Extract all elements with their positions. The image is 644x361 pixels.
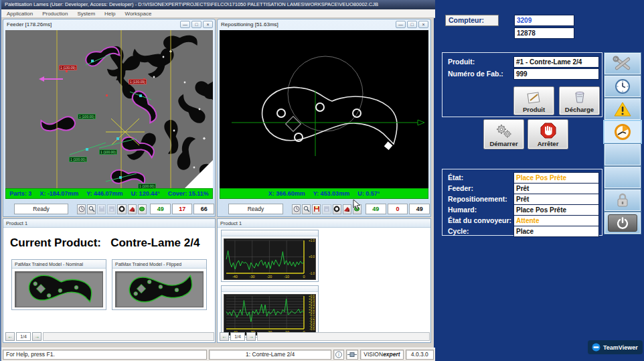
status-dot-icon[interactable]: [138, 204, 147, 214]
svg-text:-1.0: -1.0: [309, 272, 315, 275]
arreter-button[interactable]: Arrêter: [528, 119, 568, 149]
feeder-fail-count: 17: [172, 204, 193, 214]
menu-help[interactable]: Help: [104, 9, 115, 17]
timer-icon[interactable]: [77, 204, 86, 214]
feeder-scene-graphic: [5, 30, 213, 188]
svg-text:0: 0: [303, 275, 305, 279]
counter-current: 3209: [514, 15, 574, 26]
app-title: Palettisation Lames (User: Developer, Ac…: [5, 1, 378, 7]
counter-total: 12878: [514, 27, 574, 39]
menu-application[interactable]: Application: [7, 9, 33, 17]
feeder-u: U: 120.44°: [131, 190, 160, 197]
page-next-button[interactable]: →: [32, 332, 42, 341]
alarms-button[interactable]: [605, 98, 641, 120]
feeder-cover: Cover: 15.11%: [168, 190, 209, 197]
part-score-label: 1 (100.00): [78, 114, 96, 119]
menu-system[interactable]: System: [77, 9, 95, 17]
repositioning-state-field: Ready: [228, 204, 283, 214]
blank-button-1[interactable]: [605, 144, 641, 165]
clock-icon: [615, 78, 631, 94]
lock-icon: [615, 192, 630, 208]
produit-label: Produit:: [448, 58, 475, 66]
clock-button[interactable]: [605, 76, 641, 97]
repositioning-pass-count: 49: [366, 204, 386, 214]
svg-text:+1.0: +1.0: [309, 239, 315, 242]
fab-field[interactable]: 999: [513, 68, 599, 80]
status-row-label: Repositionement:: [448, 195, 507, 203]
page-indicator: 1/4: [16, 332, 31, 341]
teamviewer-icon: [592, 343, 600, 352]
teamviewer-badge[interactable]: TeamViewer: [588, 340, 643, 354]
product-group: Produit: #1 - Contre-Lame 2/4 Numéro de …: [442, 52, 602, 117]
convoyeur-field: Attente: [513, 215, 599, 226]
product-panel-left-title: Product 1: [3, 219, 215, 228]
status-group: État: Place Pos Prête Feeder: Prêt Repos…: [442, 169, 602, 236]
part-score-label: 1 (130.09): [59, 65, 77, 70]
timer-icon[interactable]: [292, 204, 301, 214]
record-icon[interactable]: [117, 204, 126, 214]
repositioning-toolbar: Ready 49 0 49: [220, 202, 430, 216]
power-icon: [617, 217, 629, 229]
power-button[interactable]: [605, 212, 641, 234]
fab-label: Numéro de Fab.:: [448, 70, 503, 78]
demarrer-button[interactable]: Démarrer: [483, 119, 524, 149]
status-row-label: Feeder:: [448, 184, 473, 192]
brand-logo: VISIONexpert: [360, 350, 403, 360]
svg-text:-0.6: -0.6: [309, 328, 315, 331]
magnifier-icon[interactable]: [302, 204, 311, 214]
feeder-x: X: -184.07mm: [39, 190, 78, 197]
svg-text:-20: -20: [266, 275, 272, 279]
product-right-pager: ← 1/4 →: [220, 332, 430, 341]
minimize-icon[interactable]: —: [180, 21, 190, 28]
feeder-window: Feeder [178.26ms] — □ ×: [3, 19, 216, 217]
restore-icon[interactable]: □: [191, 21, 202, 28]
cycle-field: Place: [513, 226, 599, 237]
gears-icon: [495, 124, 513, 139]
chart-header: [222, 286, 318, 292]
svg-text:+0.0: +0.0: [309, 255, 315, 259]
minimize-icon[interactable]: —: [396, 21, 406, 28]
close-icon[interactable]: ×: [418, 21, 428, 28]
save-icon[interactable]: [97, 204, 106, 214]
menu-production[interactable]: Production: [42, 9, 68, 17]
part-score-label: 1 (100.00): [99, 149, 117, 155]
page-indicator: 1/4: [230, 332, 245, 341]
record-icon[interactable]: [333, 204, 341, 214]
patmax-flipped-label: PatMax Trained Model - Flipped: [112, 260, 206, 269]
page-prev-button[interactable]: ←: [5, 332, 15, 341]
reject-marker-icon[interactable]: [128, 204, 137, 214]
app-titlebar[interactable]: Palettisation Lames (User: Developer, Ac…: [1, 0, 435, 9]
page-scrollbar[interactable]: [257, 332, 430, 341]
app-window: Palettisation Lames (User: Developer, Ac…: [0, 0, 434, 361]
status-row-label: État du convoyeur:: [448, 216, 511, 224]
close-icon[interactable]: ×: [203, 21, 213, 28]
settings-button[interactable]: [605, 53, 641, 74]
compteur-label: Compteur:: [445, 15, 499, 26]
status-row-label: État:: [448, 173, 463, 182]
blank-button-2[interactable]: [605, 167, 641, 188]
teamviewer-label: TeamViewer: [603, 344, 638, 351]
produit-button[interactable]: Produit: [513, 86, 554, 115]
page-next-button[interactable]: →: [246, 332, 256, 341]
warning-icon: [614, 101, 631, 117]
timers-button[interactable]: [605, 121, 641, 143]
position-error-chart: -40-30-20-100+1.0+0.0-1.0: [224, 238, 316, 280]
decharge-button[interactable]: Décharge: [559, 86, 600, 115]
magnifier-icon[interactable]: [87, 204, 96, 214]
save-all-icon[interactable]: [107, 204, 116, 214]
produit-field[interactable]: #1 - Contre-Lame 2/4: [513, 56, 599, 68]
page-scrollbar[interactable]: [43, 332, 214, 341]
repositioning-status-bar: X: 366.60mm Y: 453.03mm U: 0.57°: [220, 188, 428, 199]
save-all-icon[interactable]: [322, 204, 331, 214]
reject-marker-icon[interactable]: [343, 204, 351, 214]
product-panel-left: Product 1 Current Product: Contre-Lame 2…: [3, 218, 216, 343]
page-prev-button[interactable]: ←: [220, 332, 229, 341]
save-icon[interactable]: [312, 204, 321, 214]
svg-text:-40: -40: [232, 275, 238, 279]
restore-icon[interactable]: □: [407, 21, 417, 28]
chart-frame-angle: -40-30-20-100+0.6+0.5+0.4+0.3+0.2+0.1+0.…: [221, 285, 319, 338]
lock-button[interactable]: [605, 190, 641, 211]
menu-workspace[interactable]: Workspace: [125, 9, 152, 17]
repositioning-window: Repositioning [51.63ms] — □ ×: [217, 19, 431, 217]
repositioning-u: U: 0.57°: [357, 190, 380, 197]
